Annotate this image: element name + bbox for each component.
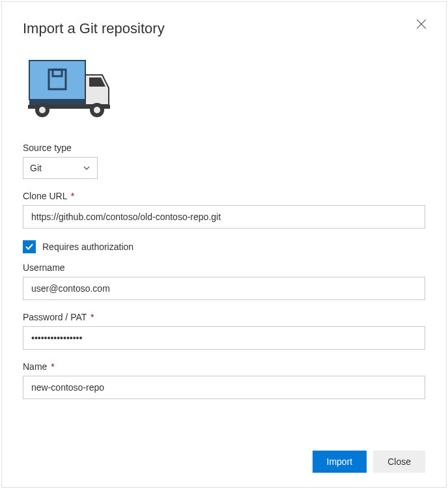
password-field: Password / PAT * <box>23 312 425 350</box>
chevron-down-icon <box>83 164 91 172</box>
clone-url-label: Clone URL * <box>23 191 425 201</box>
close-button[interactable]: Close <box>373 451 425 473</box>
source-type-value: Git <box>30 163 42 173</box>
requires-auth-checkbox[interactable] <box>23 240 36 253</box>
source-type-field: Source type Git <box>23 143 425 179</box>
name-label: Name * <box>23 361 425 372</box>
import-button[interactable]: Import <box>313 451 367 473</box>
password-input[interactable] <box>23 326 425 350</box>
requires-auth-label: Requires authorization <box>42 242 133 252</box>
import-git-dialog: Import a Git repository <box>1 1 447 488</box>
username-field: Username <box>23 262 425 300</box>
dialog-title: Import a Git repository <box>23 20 425 37</box>
dialog-buttons: Import Close <box>313 451 425 473</box>
requires-auth-row: Requires authorization <box>23 240 425 253</box>
source-type-label: Source type <box>23 143 425 153</box>
name-field: Name * <box>23 361 425 399</box>
password-label: Password / PAT * <box>23 312 425 322</box>
svg-rect-2 <box>29 61 85 100</box>
clone-url-input[interactable] <box>23 205 425 229</box>
required-marker: * <box>51 361 54 372</box>
username-label: Username <box>23 262 425 273</box>
svg-point-10 <box>94 107 100 113</box>
required-marker: * <box>91 312 94 322</box>
svg-point-8 <box>39 107 46 113</box>
name-input[interactable] <box>23 376 425 399</box>
username-input[interactable] <box>23 277 425 300</box>
close-icon[interactable] <box>415 18 428 31</box>
source-type-select[interactable]: Git <box>23 157 98 179</box>
truck-illustration <box>23 55 425 122</box>
svg-rect-5 <box>29 100 85 105</box>
required-marker: * <box>71 191 74 201</box>
clone-url-field: Clone URL * <box>23 191 425 229</box>
